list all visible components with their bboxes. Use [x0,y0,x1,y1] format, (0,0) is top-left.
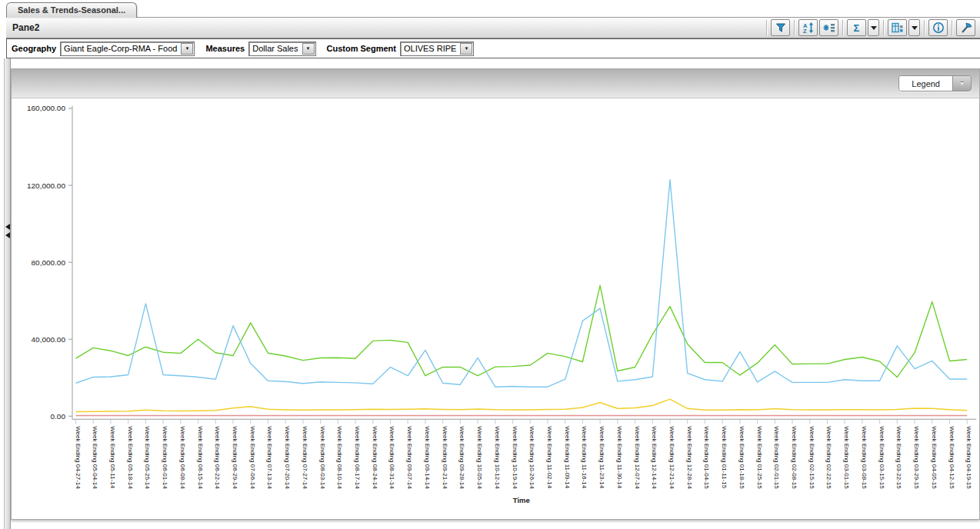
sort-icon: A Z [802,22,815,34]
x-tick-label: Week Ending 09-21-14 [442,426,448,489]
toolbar-separator [794,20,795,35]
info-icon [932,22,945,34]
chart-header: Legend ▼ [12,69,979,98]
sigma-dropdown-arrow [871,25,877,30]
y-tick-label: 40,000.00 [32,335,66,344]
x-tick-label: Week Ending 03-22-15 [895,426,902,489]
app-window: Sales & Trends-Seasonal... Pane2 A Z [0,0,980,529]
x-tick-label: Week Ending 06-08-14 [179,426,186,489]
x-tick-label: Week Ending 05-11-14 [109,426,116,488]
measures-label: Measures [205,44,245,53]
x-tick-label: Week Ending 08-17-14 [354,426,361,489]
x-tick-label: Week Ending 03-01-15 [843,426,850,489]
green-series [76,285,968,377]
x-tick-label: Week Ending 07-06-14 [249,426,256,489]
x-tick-label: Week Ending 09-28-14 [458,426,465,489]
geography-label: Geography [12,44,56,53]
measures-value: Dollar Sales [249,44,301,53]
sigma-icon: Σ [851,22,863,34]
collapse-left-icon [5,232,10,238]
x-tick-label: Week Ending 11-30-14 [616,426,623,488]
tab-sales-trends-seasonal[interactable]: Sales & Trends-Seasonal... [6,2,137,18]
x-tick-label: Week Ending 02-08-15 [791,426,798,489]
measures-dropdown[interactable]: Dollar Sales ▼ [248,42,315,56]
multi-select-icon [823,22,835,34]
custom-segment-dropdown[interactable]: OLIVES RIPE ▼ [400,42,474,56]
filter-icon [775,22,787,34]
x-tick-label: Week Ending 05-04-14 [92,426,98,489]
x-tick-label: Week Ending 09-07-14 [406,426,413,489]
x-tick-label: Week Ending 02-15-15 [808,426,815,489]
chevron-down-icon: ▼ [460,43,472,55]
x-tick-label: Week Ending 08-10-14 [336,426,343,489]
multi-select-button[interactable] [819,19,838,36]
filter-bar: Geography Giant Eagle-Corp-RMA - Food ▼ … [6,38,980,58]
table-layout-dropdown-button[interactable] [908,19,920,36]
x-tick-label: Week Ending 02-22-15 [825,426,832,489]
x-tick-label: Week Ending 11-09-14 [564,426,571,488]
tools-icon [960,22,972,34]
x-axis-title: Time [513,496,530,504]
x-tick-label: Week Ending 01-18-15 [738,426,745,489]
svg-text:Z: Z [803,28,807,34]
x-tick-label: Week Ending 07-27-14 [302,426,308,489]
toolbar-separator [842,20,843,35]
x-tick-label: Week Ending 07-13-14 [266,426,273,489]
x-tick-label: Week Ending 04-05-15 [931,426,938,489]
y-tick-label: 80,000.00 [32,258,66,267]
x-tick-label: Week Ending 05-25-14 [144,426,151,489]
x-tick-label: Week Ending 01-25-15 [756,426,763,489]
x-tick-label: Week Ending 12-14-14 [651,426,658,489]
sigma-dropdown-button[interactable] [868,19,879,36]
x-tick-label: Week Ending 03-29-15 [913,426,920,489]
geography-dropdown[interactable]: Giant Eagle-Corp-RMA - Food ▼ [60,42,195,56]
chart-panel: Legend ▼ 0.0040,000.0080,000.00120,000.0… [11,68,980,520]
x-tick-label: Week Ending 12-07-14 [634,426,641,489]
toolbar-separator [952,20,952,35]
x-tick-label: Week Ending 08-03-14 [319,426,326,489]
chevron-down-icon: ▼ [952,76,971,91]
table-layout-button[interactable] [888,19,907,36]
table-layout-dropdown-arrow [912,25,918,30]
tools-button[interactable] [956,19,975,36]
collapse-pane-arrows[interactable] [5,221,10,241]
toolbar: A Z Σ [764,19,977,36]
x-tick-label: Week Ending 03-15-15 [878,426,885,489]
y-tick-label: 0.00 [51,412,66,421]
x-tick-label: Week Ending 04-12-15 [948,426,955,489]
collapse-left-icon [5,224,10,230]
x-tick-label: Week Ending 04-19-15 [965,426,972,489]
legend-dropdown-button[interactable]: Legend ▼ [898,75,972,91]
pane-header: Pane2 A Z [6,17,980,38]
x-tick-label: Week Ending 06-01-14 [162,426,168,489]
x-tick-label: Week Ending 11-02-14 [546,426,553,488]
y-tick-label: 160,000.00 [27,104,65,112]
pane-splitter[interactable] [4,58,11,529]
x-tick-label: Week Ending 06-29-14 [232,426,238,489]
x-tick-label: Week Ending 11-23-14 [598,426,605,488]
x-tick-label: Week Ending 08-31-14 [388,426,395,489]
x-tick-label: Week Ending 01-04-15 [703,426,710,489]
pane-title: Pane2 [12,22,39,33]
filter-button[interactable] [771,19,790,36]
x-tick-label: Week Ending 10-05-14 [476,426,483,489]
table-layout-icon [892,22,904,34]
chevron-down-icon: ▼ [302,43,315,55]
tab-label: Sales & Trends-Seasonal... [18,5,125,15]
tab-strip: Sales & Trends-Seasonal... [0,0,980,17]
x-tick-label: Week Ending 02-01-15 [773,426,780,489]
svg-text:Σ: Σ [853,22,859,34]
x-tick-label: Week Ending 01-11-15 [721,426,728,488]
legend-button-label: Legend [899,76,952,91]
x-tick-label: Week Ending 12-21-14 [668,426,675,489]
sort-button[interactable]: A Z [798,19,818,36]
sigma-button[interactable]: Σ [847,19,866,36]
x-tick-label: Week Ending 07-20-14 [284,426,291,489]
blue-series [76,180,968,387]
x-tick-label: Week Ending 05-18-14 [127,426,134,489]
y-tick-label: 120,000.00 [27,181,65,190]
x-tick-label: Week Ending 06-22-14 [214,426,221,489]
info-button[interactable] [928,19,948,36]
toolbar-separator [883,20,884,35]
sales-trend-line-chart: 0.0040,000.0080,000.00120,000.00160,000.… [12,98,979,519]
